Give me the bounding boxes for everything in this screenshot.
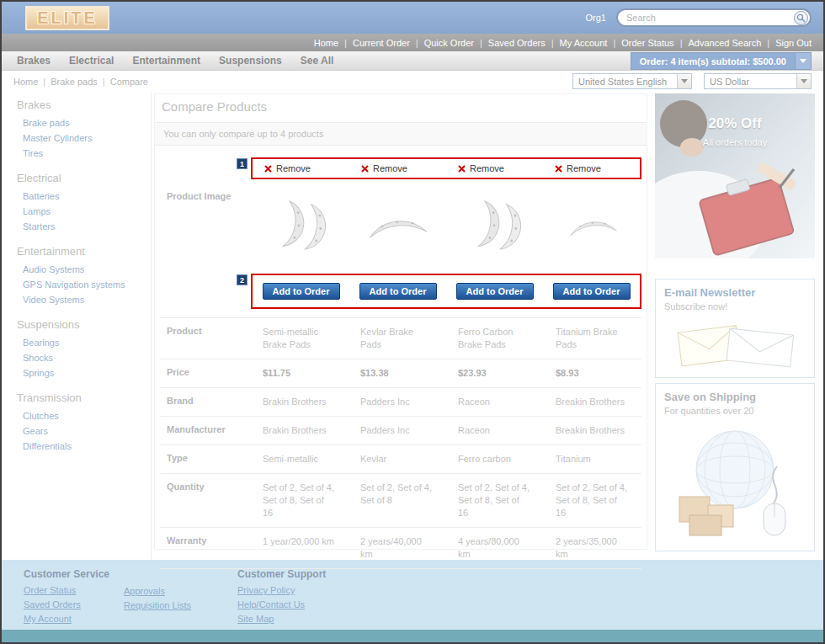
remove-link-product-4[interactable]: Remove [543,159,640,178]
utilnav-sign-out[interactable]: Sign Out [775,38,812,48]
product-image-link-4[interactable] [544,186,641,265]
catnav-entertainment[interactable]: Entertainment [132,55,200,67]
product-name: Semi-metallic Brake Pads [251,326,349,351]
catnav-brakes[interactable]: Brakes [17,55,51,67]
product-quantity: Set of 2, Set of 4, Set of 8, Set of 16 [251,482,349,519]
remove-link-product-3[interactable]: Remove [446,159,543,178]
sidebar-item-clutches[interactable]: Clutches [17,408,151,423]
sidebar-item-lamps[interactable]: Lamps [17,204,151,219]
promo-title-20-off: 20% Off [655,115,815,132]
category-nav: Brakes Electrical Entertainment Suspensi… [2,51,823,71]
add-to-order-highlight-box: Add to Order Add to Order Add to Order A… [251,274,641,309]
order-dropdown-button[interactable] [795,53,811,69]
promo-subtitle-20-off: All orders today [655,137,815,147]
add-to-order-button-4[interactable]: Add to Order [553,283,631,300]
sidebar-item-tires[interactable]: Tires [17,146,151,161]
remove-x-icon [458,165,466,173]
site-header: ELITE Org1 [2,2,823,34]
locale-controls: United States English US Dollar [572,73,812,89]
compare-limit-notice: You can only compare up to 4 products [155,122,647,146]
promo-newsletter[interactable]: E-mail Newsletter Subscribe now! [655,279,815,378]
sidebar-item-differentials[interactable]: Differentials [17,439,151,454]
footer-link-order-status[interactable]: Order Status [24,585,124,595]
warranty-row: Warranty 1 year/20,000 km 2 years/40,000… [160,527,641,569]
sidebar-section-suspensions: Suspensions Bearings Shocks Springs [17,318,151,381]
type-row: Type Semi-metallic Kevlar Ferro carbon T… [160,444,641,473]
brake-shoes-image [460,198,530,253]
footer-link-help-contact-us[interactable]: Help/Contact Us [237,599,326,609]
utilnav-current-order[interactable]: Current Order [353,38,424,48]
utilnav-order-status[interactable]: Order Status [621,38,688,48]
search-button[interactable] [794,11,808,25]
sidebar-section-brakes: Brakes Brake pads Master Cylinders Tires [17,98,151,161]
product-image-link-1[interactable] [251,186,349,265]
promo-shipping[interactable]: Save on Shipping For quantities over 20 [655,383,815,551]
product-brand: Padders Inc [349,396,446,408]
utilnav-advanced-search[interactable]: Advanced Search [688,38,775,48]
sidebar-title-entertainment[interactable]: Entertainment [17,245,151,258]
sidebar-item-batteries[interactable]: Batteries [17,189,151,204]
catnav-suspensions[interactable]: Suspensions [219,55,282,67]
product-image-link-2[interactable] [349,186,446,265]
search-input[interactable] [626,13,794,23]
sidebar-item-gears[interactable]: Gears [17,423,151,439]
sidebar-item-master-cylinders[interactable]: Master Cylinders [17,130,151,146]
utilnav-quick-order[interactable]: Quick Order [424,38,488,48]
language-select[interactable]: United States English [572,73,692,89]
row-label-quantity: Quantity [160,482,251,519]
browser-page: ELITE Org1 Home Current Order Quick Orde… [0,0,825,644]
brake-pad-image [362,198,433,253]
remove-link-product-1[interactable]: Remove [253,159,349,178]
product-name: Kevlar Brake Pads [349,326,446,351]
product-price: $8.93 [544,367,641,380]
footer-link-privacy-policy[interactable]: Privacy Policy [237,585,326,595]
row-label-brand: Brand [160,396,251,408]
product-image-link-3[interactable] [446,186,544,265]
add-to-order-button-2[interactable]: Add to Order [359,283,437,300]
footer-link-approvals[interactable]: Approvals [124,586,237,596]
sidebar-title-electrical[interactable]: Electrical [17,172,151,184]
footer-link-requisition-lists[interactable]: Requisition Lists [124,600,237,610]
language-select-arrow [677,74,691,88]
footer-link-my-account[interactable]: My Account [24,614,124,624]
row-label-product: Product [160,326,251,351]
utilnav-saved-orders[interactable]: Saved Orders [488,38,560,48]
currency-select[interactable]: US Dollar [704,73,812,89]
sidebar-title-suspensions[interactable]: Suspensions [17,318,151,331]
utility-nav: Home Current Order Quick Order Saved Ord… [2,34,823,51]
header-right: Org1 [586,8,812,27]
add-to-order-button-1[interactable]: Add to Order [263,283,340,300]
breadcrumb-home[interactable]: Home [13,77,51,87]
utilnav-my-account[interactable]: My Account [560,38,622,48]
breadcrumb-row: Home Brake pads Compare United States En… [2,71,823,92]
elite-logo[interactable]: ELITE [25,6,109,30]
page-body: Brakes Brake pads Master Cylinders Tires… [2,92,823,560]
promo-banner-20-off[interactable]: 20% Off All orders today [655,93,815,258]
sidebar-item-brake-pads[interactable]: Brake pads [17,115,151,130]
envelopes-illustration [668,318,802,367]
remove-label: Remove [276,163,311,173]
utilnav-home[interactable]: Home [314,38,353,48]
footer-link-site-map[interactable]: Site Map [237,614,326,624]
remove-row: 1 Remove Remove [160,157,641,179]
catnav-see-all[interactable]: See All [301,55,334,67]
breadcrumb-brake-pads[interactable]: Brake pads [51,77,110,87]
compare-table: 1 Remove Remove [160,157,641,608]
quantity-row: Quantity Set of 2, Set of 4, Set of 8, S… [160,473,641,527]
catnav-electrical[interactable]: Electrical [69,55,114,67]
order-summary-dropdown[interactable]: Order: 4 item(s) subtotal: $500.00 [631,52,812,70]
sidebar-item-starters[interactable]: Starters [17,219,151,234]
language-select-value: United States English [573,77,677,87]
remove-link-product-2[interactable]: Remove [349,159,446,178]
sidebar-item-shocks[interactable]: Shocks [17,350,151,365]
add-to-order-button-3[interactable]: Add to Order [456,283,534,300]
sidebar-item-bearings[interactable]: Bearings [17,335,151,350]
sidebar-item-gps-navigation-systems[interactable]: GPS Navigation systems [17,277,151,292]
sidebar-item-video-systems[interactable]: Video Systems [17,292,151,307]
org-label: Org1 [586,13,606,23]
sidebar-item-springs[interactable]: Springs [17,365,151,381]
sidebar-title-transmission[interactable]: Transmission [17,391,151,404]
footer-link-saved-orders[interactable]: Saved Orders [24,599,124,609]
sidebar-item-audio-systems[interactable]: Audio Systems [17,262,151,277]
sidebar-title-brakes[interactable]: Brakes [17,98,151,111]
